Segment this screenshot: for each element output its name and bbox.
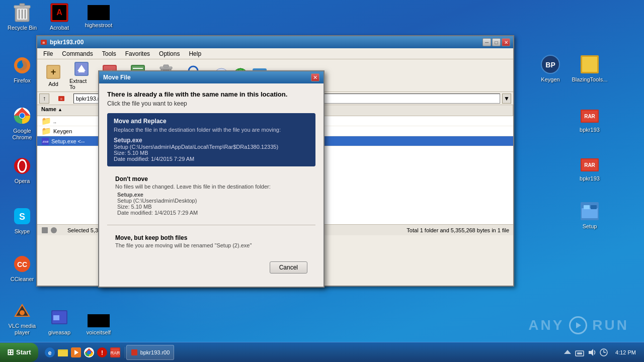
svg-rect-99 bbox=[577, 352, 582, 354]
desktop: Recycle Bin A Acrobat highestroot Firefo… bbox=[0, 0, 644, 362]
taskbar-antivirus-icon[interactable]: ! bbox=[97, 347, 108, 358]
svg-point-90 bbox=[87, 350, 91, 354]
start-button[interactable]: ⊞ Start bbox=[0, 343, 38, 362]
system-tray: 4:12 PM bbox=[559, 348, 644, 357]
taskbar-app-icon[interactable]: RAR bbox=[110, 347, 121, 358]
taskbar-folder-icon[interactable] bbox=[57, 347, 68, 358]
dialog-footer: Cancel bbox=[107, 257, 315, 280]
svg-text:!: ! bbox=[101, 349, 103, 356]
svg-marker-97 bbox=[564, 350, 571, 354]
svg-marker-100 bbox=[589, 349, 593, 356]
keep-both-desc: The file you are moving will be renamed … bbox=[115, 242, 307, 248]
dialog-divider bbox=[107, 225, 315, 225]
taskbar: ⊞ Start e bbox=[0, 342, 644, 362]
dialog-close-button[interactable]: ✕ bbox=[311, 73, 319, 81]
keep-both-option[interactable]: Move, but keep both files The file you a… bbox=[107, 230, 315, 252]
dialog-titlebar: Move File ✕ bbox=[99, 71, 324, 83]
tray-sound-icon[interactable] bbox=[587, 348, 596, 357]
tray-arrow-icon[interactable] bbox=[563, 348, 572, 357]
keep-both-title: Move, but keep both files bbox=[115, 234, 307, 241]
dialog-question: There is already a file with the same na… bbox=[107, 90, 315, 98]
taskbar-chrome-icon[interactable] bbox=[84, 347, 95, 358]
svg-rect-86 bbox=[58, 351, 68, 356]
dialog-body: There is already a file with the same na… bbox=[99, 83, 324, 287]
clock: 4:12 PM bbox=[611, 349, 640, 355]
tray-time-icon[interactable] bbox=[599, 348, 608, 357]
dont-move-title: Don't move bbox=[115, 175, 307, 183]
dialog-subtext: Click the file you want to keep bbox=[107, 100, 315, 107]
dont-move-file: Setup.exe Setup (C:\Users\admin\Desktop)… bbox=[115, 192, 307, 216]
svg-rect-96 bbox=[131, 349, 137, 355]
move-replace-desc: Replace the file in the destination fold… bbox=[108, 127, 315, 135]
cancel-button[interactable]: Cancel bbox=[270, 261, 307, 274]
move-replace-option[interactable]: Move and Replace Replace the file in the… bbox=[107, 113, 315, 166]
taskbar-media-icon[interactable] bbox=[70, 347, 82, 358]
svg-text:e: e bbox=[48, 349, 51, 356]
move-replace-title: Move and Replace bbox=[108, 114, 315, 127]
dont-move-desc: No files will be changed. Leave this fil… bbox=[115, 184, 307, 190]
tray-network-icon[interactable] bbox=[575, 348, 584, 357]
taskbar-items: e ! bbox=[38, 342, 559, 362]
move-replace-file: Setup.exe Setup (C:\Users\admin\AppData\… bbox=[108, 135, 315, 166]
windows-logo: ⊞ bbox=[7, 347, 14, 357]
dont-move-option[interactable]: Don't move No files will be changed. Lea… bbox=[107, 171, 315, 220]
svg-text:RAR: RAR bbox=[110, 350, 120, 355]
move-dialog: Move File ✕ There is already a file with… bbox=[98, 70, 325, 288]
taskbar-ie-icon[interactable]: e bbox=[44, 347, 55, 358]
dialog-overlay: Move File ✕ There is already a file with… bbox=[0, 0, 644, 362]
dialog-title: Move File bbox=[103, 74, 131, 81]
taskbar-winrar-item[interactable]: bpkr193.r00 bbox=[126, 345, 175, 360]
